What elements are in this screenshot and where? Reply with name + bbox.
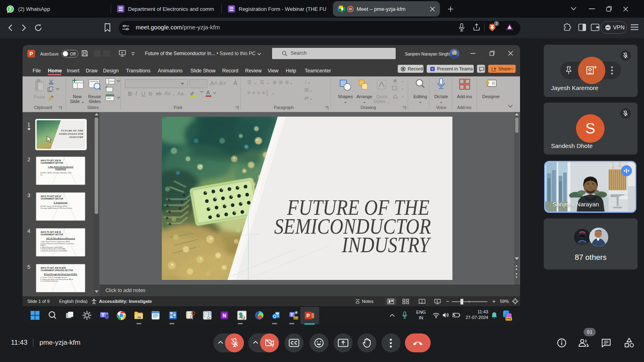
svg-text:N: N <box>223 313 226 319</box>
svg-text:NEW: NEW <box>293 317 298 319</box>
svg-text:T: T <box>431 68 433 71</box>
svg-text:2: 2 <box>9 6 11 11</box>
svg-text:P: P <box>306 313 310 319</box>
svg-text:PRE: PRE <box>506 317 512 320</box>
